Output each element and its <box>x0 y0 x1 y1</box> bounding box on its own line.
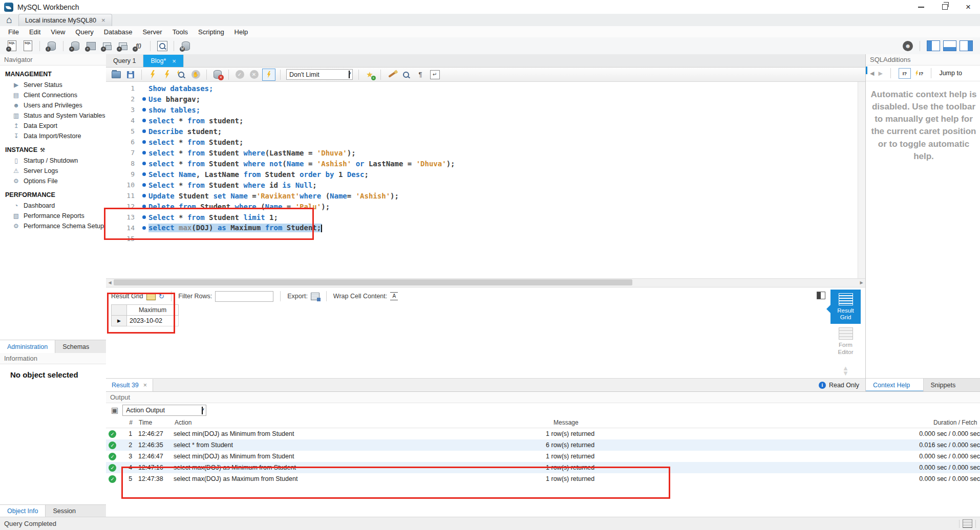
menu-tools[interactable]: Tools <box>167 28 193 36</box>
autocommit-toggle[interactable] <box>262 69 275 81</box>
collapse-panel-icon[interactable] <box>817 292 825 299</box>
create-view-button[interactable]: + <box>100 39 114 52</box>
explain-plan-button[interactable] <box>175 69 187 80</box>
output-row-1[interactable]: ✓112:46:27select min(DOJ) as Minimum fro… <box>106 428 980 439</box>
editor-line-8[interactable]: 8select * from Student where not(Name = … <box>106 158 865 169</box>
sidebar-item-users-and-privileges[interactable]: ☻Users and Privileges <box>0 100 106 111</box>
rollback-button[interactable]: ✕ <box>248 69 260 80</box>
sidebar-item-performance-schema-setup[interactable]: ⚙Performance Schema Setup <box>0 221 106 231</box>
result-grid-view-button[interactable]: Result Grid <box>830 290 861 324</box>
action-column-header[interactable]: Action <box>173 419 553 426</box>
output-type-dropdown[interactable]: Action Output ▾ <box>122 405 206 416</box>
sidebar-item-dashboard[interactable]: ◔Dashboard <box>0 201 106 211</box>
editor-line-5[interactable]: 5Describe student; <box>106 126 865 137</box>
sql-code-editor[interactable]: 1Show databases;2Use bhargav;3show table… <box>106 82 865 278</box>
scroll-right-arrow-icon[interactable]: ▶ <box>858 279 865 286</box>
create-function-button[interactable]: f()+ <box>132 39 145 52</box>
sidebar-item-server-status[interactable]: ▶Server Status <box>0 80 106 90</box>
beautify-query-button[interactable] <box>386 69 398 80</box>
sidebar-item-performance-reports[interactable]: ▧Performance Reports <box>0 211 106 221</box>
execute-script-button[interactable] <box>146 69 159 80</box>
restore-button[interactable] <box>933 0 956 14</box>
tab-blog[interactable]: Blog* × <box>143 55 183 67</box>
jump-to-label[interactable]: Jump to <box>939 70 962 77</box>
refresh-icon[interactable]: ↻ <box>159 292 165 300</box>
form-editor-view-button[interactable]: Form Editor <box>830 324 861 358</box>
automatic-context-help-button[interactable]: I? <box>915 71 923 76</box>
editor-line-11[interactable]: 11Update Student set Name ='Ravikant'whe… <box>106 190 865 201</box>
log-icon[interactable] <box>963 519 972 528</box>
inspect-connection-button[interactable]: i <box>45 39 58 52</box>
editor-line-6[interactable]: 6select * from Student; <box>106 137 865 147</box>
sidebar-item-options-file[interactable]: ⚙Options File <box>0 176 106 186</box>
create-table-button[interactable]: + <box>84 39 98 52</box>
new-sql-tab-button[interactable]: SQL+ <box>5 39 19 52</box>
sidebar-item-client-connections[interactable]: ▤Client Connections <box>0 90 106 100</box>
editor-line-2[interactable]: 2Use bhargav; <box>106 94 865 104</box>
schema-inspector-button[interactable] <box>155 39 169 52</box>
editor-line-14[interactable]: 14select max(DOJ) as Maximum from Studen… <box>106 223 865 233</box>
editor-line-7[interactable]: 7select * from Student where(LastName = … <box>106 147 865 158</box>
editor-line-13[interactable]: 13Select * from Student limit 1; <box>106 212 865 223</box>
filter-rows-input[interactable] <box>215 291 273 302</box>
time-column-header[interactable]: Time <box>135 419 173 426</box>
create-procedure-button[interactable]: + <box>116 39 130 52</box>
save-snippet-button[interactable]: ★ <box>364 69 376 80</box>
menu-edit[interactable]: Edit <box>24 28 46 36</box>
duration-column-header[interactable]: Duration / Fetch <box>933 419 980 426</box>
connection-tab[interactable]: Local instance MySQL80 × <box>18 14 112 26</box>
menu-server[interactable]: Server <box>137 28 167 36</box>
sidebar-item-startup-shutdown[interactable]: ▯Startup / Shutdown <box>0 156 106 166</box>
menu-database[interactable]: Database <box>99 28 138 36</box>
user-account-icon[interactable]: ☻ <box>903 41 913 51</box>
menu-query[interactable]: Query <box>70 28 98 36</box>
home-button[interactable]: ⌂ <box>0 14 18 26</box>
index-column-header[interactable]: # <box>119 419 135 426</box>
sidebar-item-data-export[interactable]: ↥Data Export <box>0 121 106 131</box>
editor-line-12[interactable]: 12Delete from Student where (Name = 'Pal… <box>106 201 865 212</box>
commit-button[interactable]: ✓ <box>233 69 246 80</box>
toggle-sidebar-button[interactable] <box>927 40 940 51</box>
toggle-invisible-characters-button[interactable]: ¶ <box>414 69 427 80</box>
scroll-left-arrow-icon[interactable]: ◀ <box>106 279 114 286</box>
result-grid-data-row[interactable]: ▶ 2023-10-02 <box>111 316 179 326</box>
manual-context-help-button[interactable]: I? <box>899 68 911 79</box>
tab-result-39[interactable]: Result 39 × <box>106 379 153 391</box>
connection-tab-close-icon[interactable]: × <box>101 16 105 24</box>
message-column-header[interactable]: Message <box>553 419 933 426</box>
output-row-4[interactable]: ✓412:47:16select max(DOJ) as Minimum fro… <box>106 462 980 473</box>
stop-on-error-toggle[interactable] <box>211 69 224 80</box>
wrap-cell-content-icon[interactable]: A <box>390 292 398 300</box>
tab-context-help[interactable]: Context Help <box>866 379 924 391</box>
result-tab-close-icon[interactable]: × <box>143 382 147 389</box>
editor-line-15[interactable]: 15 <box>106 233 865 244</box>
execute-current-statement-button[interactable] <box>161 69 173 80</box>
output-row-5[interactable]: ✓512:47:38select max(DOJ) as Maximum fro… <box>106 473 980 484</box>
create-schema-button[interactable]: + <box>68 39 82 52</box>
tab-query-1[interactable]: Query 1 <box>106 55 143 67</box>
editor-vertical-scrollbar[interactable] <box>858 82 865 278</box>
editor-line-10[interactable]: 10Select * from Student where id is Null… <box>106 180 865 190</box>
open-sql-script-button[interactable]: SQL <box>21 39 35 52</box>
column-header-maximum[interactable]: Maximum <box>127 304 179 316</box>
close-button[interactable]: × <box>956 0 980 14</box>
save-script-button[interactable] <box>124 69 137 80</box>
editor-line-9[interactable]: 9Select Name, LastName from Student orde… <box>106 169 865 180</box>
output-row-3[interactable]: ✓312:46:47select min(DOJ) as Minimum fro… <box>106 451 980 462</box>
stop-query-button[interactable]: ✋ <box>189 69 202 80</box>
row-limit-dropdown[interactable]: Don't Limit ▾ <box>286 69 353 80</box>
menu-file[interactable]: File <box>3 28 24 36</box>
tab-snippets[interactable]: Snippets <box>924 379 980 391</box>
help-forward-button[interactable]: ▶ <box>878 70 882 77</box>
menu-view[interactable]: View <box>46 28 70 36</box>
tab-schemas[interactable]: Schemas <box>55 340 96 354</box>
open-file-button[interactable] <box>110 69 122 80</box>
tab-session[interactable]: Session <box>46 505 82 517</box>
minimize-button[interactable] <box>909 0 933 14</box>
tab-close-icon[interactable]: × <box>172 57 176 65</box>
menu-scripting[interactable]: Scripting <box>193 28 229 36</box>
view-switcher-chevrons[interactable]: ▲ ▼ <box>842 366 849 377</box>
cell-maximum-value[interactable]: 2023-10-02 <box>127 316 179 326</box>
tab-administration[interactable]: Administration <box>0 340 55 354</box>
output-row-2[interactable]: ✓212:46:35select * from Student6 row(s) … <box>106 439 980 451</box>
